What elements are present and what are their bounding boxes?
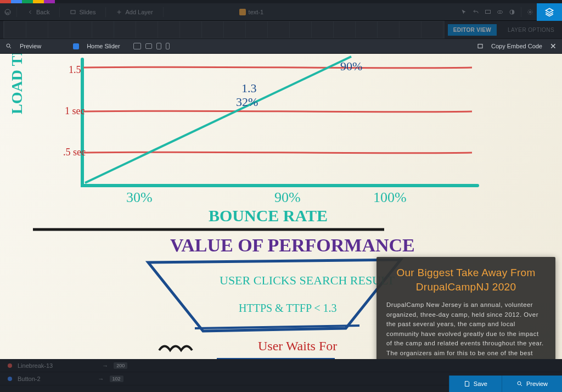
layer-name: Button-2: [18, 376, 41, 382]
embed-icon: [477, 43, 484, 49]
x-axis-label: BOUNCE RATE: [209, 206, 328, 225]
annotation-90pct: 90%: [340, 59, 362, 73]
svg-rect-10: [478, 44, 482, 48]
y-tick-1sec: 1 sec: [65, 105, 85, 116]
close-preview-button[interactable]: ✕: [550, 42, 557, 51]
preview-label: Preview: [20, 43, 41, 49]
x-tick-30: 30%: [126, 189, 153, 205]
gear-icon[interactable]: [527, 9, 533, 15]
plus-icon: [116, 9, 122, 15]
caption-title: Our Biggest Take Away From DrupalCampNJ …: [386, 266, 546, 294]
device-laptop-icon[interactable]: [145, 43, 152, 49]
editor-subbar: EDITOR VIEW LAYER OPTIONS: [0, 21, 562, 38]
y-tick-1.5: 1.5: [69, 64, 81, 75]
visibility-dot-icon[interactable]: [8, 363, 12, 368]
contrast-icon[interactable]: [509, 9, 515, 15]
home-slider-checkbox[interactable]: [73, 43, 79, 49]
layer-text-1-label: text-1: [249, 9, 264, 15]
slide-preview-canvas: LOAD TI 1.5 1 sec .5 sec 1.3 32% 90% 30%…: [0, 54, 562, 359]
visibility-dot-icon[interactable]: [8, 377, 12, 381]
home-slider-label: Home Slider: [87, 43, 120, 49]
svg-point-6: [530, 11, 531, 13]
preview-button[interactable]: Preview: [502, 376, 562, 392]
device-tablet-icon[interactable]: [156, 43, 161, 49]
add-layer-label: Add Layer: [125, 9, 153, 15]
copy-embed-label[interactable]: Copy Embed Code: [491, 43, 542, 49]
editor-toolbar: Back Slides Add Layer text-1 ?: [0, 3, 562, 21]
layer-text-1[interactable]: text-1: [235, 7, 268, 18]
bottom-action-bar: Save Preview: [449, 376, 562, 392]
funnel-row-1a: USER CLICKS SEARCH RESULT: [220, 273, 395, 287]
layer-options-label[interactable]: LAYER OPTIONS: [500, 27, 562, 33]
back-button[interactable]: Back: [23, 7, 54, 18]
cursor-icon[interactable]: [460, 9, 467, 15]
svg-rect-1: [71, 10, 75, 14]
arrow-left-icon: [27, 9, 33, 15]
svg-point-9: [7, 44, 10, 47]
svg-point-4: [499, 12, 501, 13]
whiteboard-heading: VALUE OF PERFORMANCE: [170, 235, 415, 255]
slide-caption-card: Our Biggest Take Away From DrupalCampNJ …: [376, 257, 555, 359]
slides-icon: [70, 9, 76, 15]
device-phone-icon[interactable]: [166, 43, 170, 49]
add-layer-button[interactable]: Add Layer: [111, 7, 157, 18]
y-tick-.5sec: .5 sec: [63, 147, 86, 158]
back-label: Back: [36, 9, 49, 15]
funnel-row-1b: HTTPS & TTFP < 1.3: [239, 302, 337, 314]
layers-panel-toggle[interactable]: [537, 3, 562, 21]
slides-label: Slides: [79, 9, 95, 15]
timeline-ruler[interactable]: [3, 21, 445, 38]
funnel-row-2: User Waits For: [258, 339, 337, 353]
save-button[interactable]: Save: [449, 376, 502, 392]
annotation-32pct: 32%: [236, 95, 258, 109]
caption-body: DrupalCamp New Jersey is an annual, volu…: [386, 300, 546, 359]
layer-name: Linebreak-13: [18, 362, 53, 369]
editor-view-button[interactable]: EDITOR VIEW: [448, 24, 497, 36]
device-desktop-icon[interactable]: [133, 43, 141, 49]
wordpress-icon[interactable]: [4, 9, 11, 15]
slides-button[interactable]: Slides: [65, 7, 100, 18]
annotation-1.3: 1.3: [241, 81, 257, 95]
svg-point-11: [518, 382, 521, 385]
desktop-icon[interactable]: [485, 9, 491, 15]
layer-tag: 102: [110, 376, 123, 382]
eye-icon[interactable]: [497, 9, 503, 15]
layer-tag: 200: [114, 362, 127, 369]
svg-rect-2: [486, 10, 491, 13]
search-icon[interactable]: [5, 43, 12, 49]
device-preview-switcher: [133, 43, 170, 49]
x-tick-100: 100%: [373, 189, 407, 205]
x-tick-90: 90%: [274, 189, 301, 205]
layer-row-linebreak[interactable]: Linebreak-13 → 200: [0, 359, 562, 372]
text-icon: [239, 9, 246, 15]
preview-bar: Preview Home Slider Copy Embed Code ✕: [0, 38, 562, 54]
undo-icon[interactable]: [473, 9, 479, 15]
y-axis-label: LOAD TI: [8, 54, 25, 114]
